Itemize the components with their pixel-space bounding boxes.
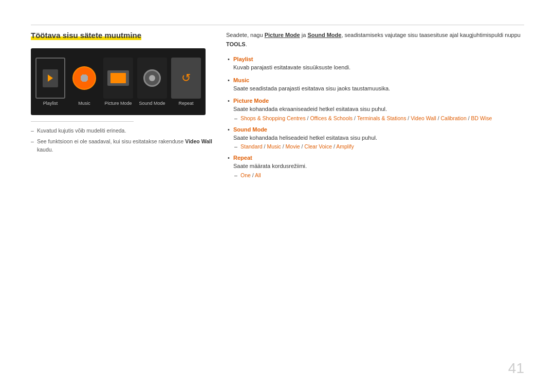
intro-period: . xyxy=(246,41,247,47)
picture-mode-label: Picture Mode xyxy=(104,101,132,106)
playlist-icon xyxy=(35,58,65,99)
bullet-repeat: Repeat Saate määrata kordusrežiimi. One … xyxy=(226,155,524,178)
media-player-preview: Playlist Music Picture Mode xyxy=(31,48,206,115)
picture-mode-ref: Picture Mode xyxy=(265,32,300,38)
repeat-label: Repeat xyxy=(178,101,193,106)
left-column: Töötava sisu sätete muutmine Playlist Mu… xyxy=(31,31,216,156)
bullet-playlist-title: Playlist xyxy=(233,56,524,62)
intro-before: Seadete, nagu xyxy=(226,32,265,38)
intro-text: Seadete, nagu Picture Mode ja Sound Mode… xyxy=(226,31,524,49)
sound-mode-subbullet: Standard / Music / Movie / Clear Voice /… xyxy=(233,143,524,150)
monitor-shape xyxy=(107,70,129,86)
media-item-picture: Picture Mode xyxy=(103,58,134,106)
repeat-options: One / All xyxy=(240,172,261,178)
media-item-sound: Sound Mode xyxy=(137,58,168,106)
sound-mode-options: Standard / Music / Movie / Clear Voice /… xyxy=(240,143,354,150)
music-icon xyxy=(69,58,99,99)
bullet-sound-mode-title: Sound Mode xyxy=(233,126,524,133)
intro-after: , seadistamiseks vajutage sisu taasesitu… xyxy=(341,32,521,38)
repeat-arrow-icon: ↺ xyxy=(181,71,191,85)
note-1: Kuvatud kujutis võib mudeliti erineda. xyxy=(31,127,216,135)
picture-mode-icon xyxy=(103,58,133,99)
video-wall-link: Video Wall xyxy=(185,138,212,144)
playlist-label: Playlist xyxy=(43,101,58,106)
intro-between: ja xyxy=(300,32,308,38)
page-title: Töötava sisu sätete muutmine xyxy=(31,31,141,40)
bullet-music-title: Music xyxy=(233,77,524,83)
repeat-subbullet: One / All xyxy=(233,172,524,178)
sound-mode-ref: Sound Mode xyxy=(307,32,341,38)
bullet-playlist-desc: Kuvab parajasti esitatavate sisuüksuste … xyxy=(233,63,524,72)
page-number: 41 xyxy=(508,360,524,377)
bullet-sound-mode-desc: Saate kohandada heliseadeid hetkel esita… xyxy=(233,134,524,142)
sound-circle-icon xyxy=(143,69,161,87)
media-divider xyxy=(31,121,134,122)
bullet-playlist: Playlist Kuvab parajasti esitatavate sis… xyxy=(226,56,524,72)
bullet-sound-mode: Sound Mode Saate kohandada heliseadeid h… xyxy=(226,126,524,150)
right-column: Seadete, nagu Picture Mode ja Sound Mode… xyxy=(226,31,524,183)
bullet-repeat-desc: Saate määrata kordusrežiimi. xyxy=(233,162,524,171)
music-disc-icon xyxy=(72,66,96,90)
media-item-repeat: ↺ Repeat xyxy=(171,58,201,106)
tools-ref: TOOLS xyxy=(226,41,246,47)
bullet-picture-mode: Picture Mode Saate kohandada ekraanisead… xyxy=(226,98,524,121)
top-divider xyxy=(31,25,524,25)
note-1-text: Kuvatud kujutis võib mudeliti erineda. xyxy=(37,127,126,134)
picture-mode-options: Shops & Shopping Centres / Offices & Sch… xyxy=(240,115,492,121)
bullet-repeat-title: Repeat xyxy=(233,155,524,161)
bullet-picture-mode-desc: Saate kohandada ekraaniseadeid hetkel es… xyxy=(233,105,524,114)
media-item-music: Music xyxy=(69,58,100,106)
play-overlay-icon xyxy=(48,74,53,82)
bullet-music: Music Saate seadistada parajasti esitata… xyxy=(226,77,524,93)
bullet-picture-mode-title: Picture Mode xyxy=(233,98,524,104)
media-item-playlist: Playlist xyxy=(35,58,66,106)
picture-mode-subbullet: Shops & Shopping Centres / Offices & Sch… xyxy=(233,115,524,121)
note-2-before: See funktsioon ei ole saadaval, kui sisu… xyxy=(37,138,185,144)
repeat-icon: ↺ xyxy=(171,58,201,99)
music-label: Music xyxy=(78,101,90,106)
sound-mode-icon xyxy=(137,58,167,99)
sound-mode-label: Sound Mode xyxy=(139,101,165,106)
bullet-music-desc: Saate seadistada parajasti esitatava sis… xyxy=(233,84,524,93)
note-2-after: kaudu. xyxy=(37,146,53,153)
note-2: See funktsioon ei ole saadaval, kui sisu… xyxy=(31,138,216,154)
